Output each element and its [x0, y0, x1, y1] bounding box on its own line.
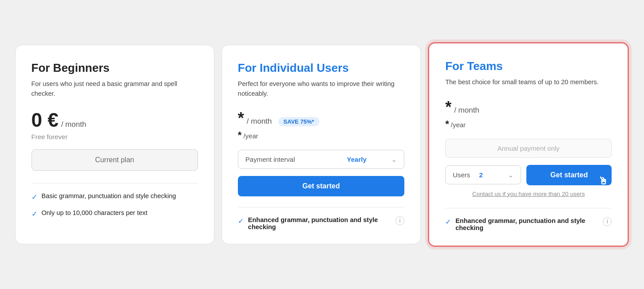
chevron-down-icon: ⌄	[391, 156, 397, 163]
feature-list-individual: ✓ Enhanced grammar, punctuation and styl…	[238, 216, 404, 230]
divider-individual	[238, 207, 404, 207]
feature-text: Basic grammar, punctuation and style che…	[42, 192, 198, 199]
plan-name-individual: For Individual Users	[238, 61, 404, 75]
pricing-container: For Beginners For users who just need a …	[12, 40, 633, 249]
feature-list-teams: ✓ Enhanced grammar, punctuation and styl…	[445, 217, 612, 231]
feature-list-beginners: ✓ Basic grammar, punctuation and style c…	[32, 192, 198, 218]
price-year-label: /year	[243, 132, 258, 140]
check-icon: ✓	[445, 218, 451, 226]
get-started-button-individual[interactable]: Get started	[238, 176, 404, 196]
info-icon[interactable]: i	[395, 216, 404, 225]
payment-interval-label: Payment interval	[245, 156, 295, 163]
cursor-icon: 🖱	[598, 176, 608, 187]
get-started-button-teams[interactable]: Get started 🖱	[526, 165, 612, 185]
price-section-individual: * / month SAVE 75%* * /year	[238, 109, 404, 141]
check-icon: ✓	[32, 210, 37, 218]
users-value: 2	[479, 171, 483, 179]
divider-teams	[445, 208, 612, 208]
current-plan-button[interactable]: Current plan	[32, 149, 198, 171]
payment-interval-value: Yearly	[347, 156, 367, 163]
price-year-individual: * /year	[238, 129, 404, 141]
get-started-label: Get started	[550, 171, 588, 179]
chevron-down-icon: ⌄	[508, 172, 514, 179]
price-star-month-teams: *	[445, 98, 451, 117]
payment-interval-select[interactable]: Payment interval Yearly ⌄	[238, 150, 404, 169]
price-badge: SAVE 75%*	[278, 117, 320, 126]
users-row: Users 2 ⌄ Get started 🖱	[445, 165, 612, 185]
price-section-teams: * / month * /year	[445, 98, 612, 130]
check-icon: ✓	[32, 193, 37, 201]
price-section-beginners: 0 € / month Free forever	[32, 109, 198, 141]
price-unit-beginners: / month	[61, 120, 87, 129]
price-amount-beginners: 0 €	[32, 109, 59, 131]
info-icon[interactable]: i	[603, 217, 612, 226]
divider-beginners	[32, 183, 198, 184]
price-star-year-teams: *	[445, 118, 449, 130]
price-free-beginners: Free forever	[32, 133, 198, 141]
feature-text: Enhanced grammar, punctuation and style …	[455, 217, 596, 231]
contact-link: Contact us if you have more than 20 user…	[445, 191, 612, 197]
price-main-individual: * / month SAVE 75%*	[238, 109, 404, 128]
feature-left: ✓ Enhanced grammar, punctuation and styl…	[238, 216, 388, 230]
plan-description-teams: The best choice for small teams of up to…	[445, 78, 612, 87]
users-label: Users	[453, 171, 470, 179]
plan-description-beginners: For users who just need a basic grammar …	[32, 79, 198, 99]
feature-text-bold: Enhanced grammar, punctuation and style …	[455, 217, 585, 231]
plan-name-beginners: For Beginners	[32, 61, 198, 75]
price-unit-teams: / month	[454, 106, 479, 115]
plan-card-individual: For Individual Users Perfect for everyon…	[221, 45, 421, 245]
users-select[interactable]: Users 2 ⌄	[445, 165, 521, 184]
feature-text: Enhanced grammar, punctuation and style …	[248, 216, 388, 230]
plan-card-beginners: For Beginners For users who just need a …	[15, 45, 214, 245]
annual-payment-only: Annual payment only	[445, 139, 612, 158]
price-star-month: *	[238, 109, 244, 128]
feature-item: ✓ Enhanced grammar, punctuation and styl…	[238, 216, 404, 230]
price-star-year: *	[238, 129, 242, 141]
plan-description-individual: Perfect for everyone who wants to improv…	[238, 79, 404, 99]
feature-item: ✓ Only up to 10,000 characters per text	[32, 209, 198, 218]
price-unit-individual: / month	[247, 117, 272, 126]
feature-item: ✓ Basic grammar, punctuation and style c…	[32, 192, 198, 201]
feature-left: ✓ Enhanced grammar, punctuation and styl…	[445, 217, 596, 231]
feature-text: Only up to 10,000 characters per text	[42, 209, 198, 216]
price-year-label-teams: /year	[451, 121, 466, 129]
plan-name-teams: For Teams	[445, 59, 612, 73]
price-main-teams: * / month	[445, 98, 612, 117]
feature-item: ✓ Enhanced grammar, punctuation and styl…	[445, 217, 612, 231]
check-icon: ✓	[238, 217, 244, 225]
price-main-beginners: 0 € / month	[32, 109, 198, 131]
contact-link-anchor[interactable]: Contact us if you have more than 20 user…	[472, 191, 585, 197]
price-year-teams: * /year	[445, 118, 612, 130]
feature-text-bold: Enhanced grammar, punctuation and style …	[248, 216, 378, 230]
plan-card-teams: For Teams The best choice for small team…	[428, 42, 629, 247]
